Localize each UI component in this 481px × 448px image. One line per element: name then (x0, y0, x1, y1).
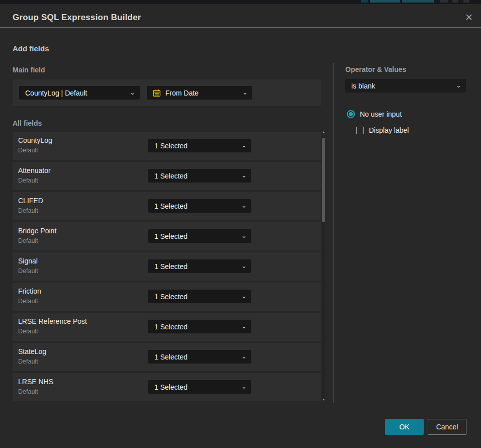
main-date-field-dropdown[interactable]: From Date ⌄ (147, 86, 252, 100)
field-sublabel: Default (18, 237, 38, 244)
chevron-down-icon: ⌄ (241, 353, 247, 360)
field-sublabel: Default (18, 177, 38, 184)
screen: Group SQL Expression Builder ✕ Add field… (0, 0, 481, 448)
cancel-button[interactable]: Cancel (428, 419, 466, 435)
dropdown-value: 1 Selected (154, 383, 187, 391)
panel-divider (333, 63, 334, 403)
chevron-down-icon: ⌄ (241, 142, 247, 148)
checkbox[interactable] (356, 127, 364, 134)
field-row: LRSE NHS Default 1 Selected ⌄ (13, 373, 321, 401)
field-name: CountyLog (18, 136, 52, 144)
field-sublabel: Default (18, 358, 38, 365)
dropdown-value: 1 Selected (154, 262, 187, 271)
header-divider (0, 27, 481, 28)
background-fragment (370, 0, 400, 3)
field-name: LRSE NHS (18, 378, 53, 386)
background-fragment (361, 0, 368, 3)
field-name: Friction (18, 287, 41, 295)
all-fields-label: All fields (13, 119, 42, 127)
radio-dot (349, 112, 353, 116)
field-row: Bridge Point Default 1 Selected ⌄ (13, 222, 321, 250)
chevron-down-icon: ⌄ (130, 89, 135, 96)
background-app-strip (0, 0, 481, 4)
main-field-label: Main field (13, 66, 45, 74)
add-fields-heading: Add fields (13, 44, 49, 53)
background-fragment (452, 0, 458, 3)
background-fragment (463, 0, 469, 3)
field-row: CLIFED Default 1 Selected ⌄ (13, 192, 321, 220)
chevron-down-icon: ⌄ (241, 202, 247, 209)
main-field-panel: CountyLog | Default ⌄ From Date ⌄ (13, 79, 321, 106)
field-selected-dropdown[interactable]: 1 Selected ⌄ (148, 169, 251, 183)
radio-button[interactable] (347, 110, 355, 118)
checkbox-label: Display label (369, 126, 409, 134)
field-name: CLIFED (18, 197, 43, 205)
dropdown-value: 1 Selected (154, 232, 187, 240)
field-name: StateLog (18, 347, 46, 355)
chevron-down-icon: ⌄ (241, 232, 247, 239)
field-row: StateLog Default 1 Selected ⌄ (13, 343, 321, 371)
dropdown-value: From Date (165, 89, 199, 97)
no-user-input-option: No user input (347, 110, 402, 119)
ok-button[interactable]: OK (385, 419, 424, 435)
field-sublabel: Default (18, 147, 38, 154)
field-name: Attenuator (18, 166, 51, 174)
scroll-up-icon[interactable]: ▲ (320, 130, 328, 134)
radio-label: No user input (360, 110, 402, 118)
chevron-down-icon: ⌄ (456, 82, 461, 88)
background-fragment (440, 0, 448, 3)
chevron-down-icon: ⌄ (241, 172, 247, 178)
field-selected-dropdown[interactable]: 1 Selected ⌄ (148, 380, 251, 394)
chevron-down-icon: ⌄ (241, 262, 247, 269)
field-name: Bridge Point (18, 227, 56, 235)
dropdown-value: 1 Selected (154, 293, 187, 301)
dropdown-value: 1 Selected (154, 353, 187, 361)
main-source-dropdown[interactable]: CountyLog | Default ⌄ (19, 86, 140, 100)
dropdown-value: 1 Selected (154, 172, 187, 180)
field-row: Attenuator Default 1 Selected ⌄ (13, 162, 321, 190)
chevron-down-icon: ⌄ (242, 89, 248, 96)
field-selected-dropdown[interactable]: 1 Selected ⌄ (148, 259, 251, 273)
dropdown-value: 1 Selected (154, 142, 187, 150)
field-row: LRSE Reference Post Default 1 Selected ⌄ (13, 313, 321, 341)
dropdown-value: is blank (351, 82, 375, 90)
dialog-title: Group SQL Expression Builder (13, 13, 141, 23)
chevron-down-icon: ⌄ (241, 323, 247, 329)
close-icon[interactable]: ✕ (461, 10, 476, 25)
field-selected-dropdown[interactable]: 1 Selected ⌄ (148, 350, 251, 364)
field-selected-dropdown[interactable]: 1 Selected ⌄ (148, 139, 251, 152)
field-sublabel: Default (18, 267, 38, 275)
field-selected-dropdown[interactable]: 1 Selected ⌄ (148, 199, 251, 213)
all-fields-list: CountyLog Default 1 Selected ⌄ Attenuato… (13, 132, 321, 403)
chevron-down-icon: ⌄ (241, 383, 247, 390)
scroll-down-icon[interactable]: ▼ (320, 398, 328, 402)
chevron-down-icon: ⌄ (241, 293, 247, 299)
background-fragment (402, 0, 434, 3)
field-sublabel: Default (18, 298, 38, 305)
field-sublabel: Default (18, 207, 38, 214)
display-label-option: Display label (356, 126, 409, 135)
field-row: Signal Default 1 Selected ⌄ (13, 252, 321, 281)
field-selected-dropdown[interactable]: 1 Selected ⌄ (148, 229, 251, 243)
scrollbar-thumb[interactable] (322, 138, 325, 222)
operator-dropdown[interactable]: is blank ⌄ (345, 79, 466, 93)
field-row: CountyLog Default 1 Selected ⌄ (13, 132, 321, 160)
dropdown-value: CountyLog | Default (25, 89, 87, 97)
dropdown-value: 1 Selected (154, 202, 187, 210)
field-sublabel: Default (18, 388, 38, 395)
field-sublabel: Default (18, 328, 38, 335)
calendar-icon (153, 89, 161, 97)
field-selected-dropdown[interactable]: 1 Selected ⌄ (148, 320, 251, 333)
sql-expression-builder-dialog: Group SQL Expression Builder ✕ Add field… (0, 4, 481, 448)
field-selected-dropdown[interactable]: 1 Selected ⌄ (148, 290, 251, 303)
operator-values-label: Operator & Values (345, 65, 406, 73)
field-name: Signal (18, 257, 38, 265)
field-row: Friction Default 1 Selected ⌄ (13, 283, 321, 311)
field-name: LRSE Reference Post (18, 317, 87, 325)
dropdown-value: 1 Selected (154, 323, 187, 331)
